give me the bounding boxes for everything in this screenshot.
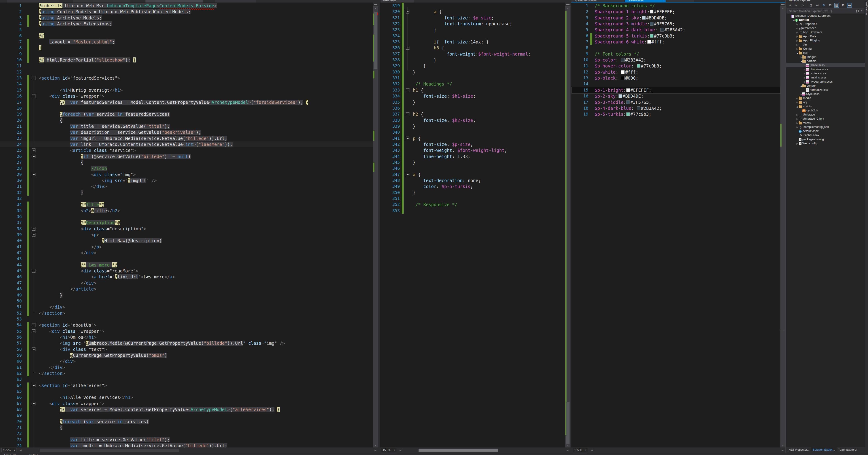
code-line[interactable]: 331 xyxy=(380,75,565,81)
code-line[interactable]: 38 <div class="description"> xyxy=(0,226,373,232)
code-line[interactable]: 16 <div class="wrapper"> xyxy=(0,93,373,99)
tree-item[interactable]: ▷Style.scss xyxy=(786,92,865,96)
code-line[interactable]: 348 text-decoration: none; xyxy=(380,178,565,183)
code-line[interactable]: 338 font-size: $h2-size; xyxy=(380,117,565,123)
horizontal-scrollbar[interactable]: ◀▶ xyxy=(399,448,569,452)
code-line[interactable]: 44 @* Læs mere *@ xyxy=(0,262,373,268)
code-line[interactable]: 28 //Icon xyxy=(0,165,373,171)
expand-arrow[interactable]: ▷ xyxy=(796,125,799,129)
code-line[interactable]: 346 xyxy=(380,165,565,171)
code-line[interactable]: 45 <div class="readMore"> xyxy=(0,268,373,274)
code-line[interactable]: 333h1 { xyxy=(380,87,565,93)
code-line[interactable]: 72 xyxy=(0,430,373,436)
scroll-down-icon[interactable]: ▼ xyxy=(565,444,570,447)
code-editor-left[interactable]: 1@inherits Umbraco.Web.Mvc.UmbracoTempla… xyxy=(0,2,373,448)
code-line[interactable]: 11$p-hover-color: #77c9b3; xyxy=(571,63,780,69)
code-line[interactable]: 352 /* Responsive */ xyxy=(380,202,565,208)
tree-item[interactable]: ◢vendor xyxy=(786,84,865,88)
expand-arrow[interactable]: ▷ xyxy=(803,71,806,76)
code-line[interactable]: 33 xyxy=(0,195,373,202)
code-line[interactable]: 9 xyxy=(0,51,373,57)
expand-arrow[interactable]: ▷ xyxy=(796,26,799,30)
tree-item[interactable]: ▷bin xyxy=(786,42,865,47)
expand-arrow[interactable]: ◢ xyxy=(800,59,802,63)
code-line[interactable]: 53 xyxy=(0,316,373,322)
expand-arrow[interactable]: ▷ xyxy=(803,76,806,80)
tree-item[interactable]: normalize.css xyxy=(786,88,865,92)
code-line[interactable]: 336 xyxy=(380,105,565,111)
code-line[interactable]: 26 @if (@service.GetValue("billede") != … xyxy=(0,153,373,159)
horizontal-scrollbar[interactable]: ◀▶ xyxy=(591,448,784,452)
code-line[interactable]: 339} xyxy=(380,123,565,129)
code-line[interactable]: 6@{ xyxy=(0,33,373,39)
code-line[interactable]: 35 <h2>@title</h2> xyxy=(0,208,373,214)
expand-arrow[interactable]: ▷ xyxy=(796,100,799,104)
fold-toggle[interactable] xyxy=(32,323,35,327)
code-line[interactable]: 46 <a href="@link.Url">Læs mere</a> xyxy=(0,274,373,280)
code-line[interactable]: 15$p-1-bright:#EFEFEF; xyxy=(571,87,780,93)
fold-toggle[interactable] xyxy=(406,136,409,140)
expand-arrow[interactable]: ▷ xyxy=(796,39,799,43)
tree-item[interactable]: ▷Umbraco_Client xyxy=(786,117,865,121)
panel-divider[interactable] xyxy=(785,0,786,455)
expand-arrow[interactable]: ▷ xyxy=(796,43,799,47)
splitter-handle[interactable] xyxy=(780,2,785,6)
scroll-left-icon[interactable]: ◀ xyxy=(591,448,593,452)
zoom-level-dropdown[interactable]: 155 %▼ xyxy=(1,448,17,452)
code-line[interactable]: 18$p-4-dark-blue: #2B3A42; xyxy=(571,105,780,111)
tree-item[interactable]: ▷images xyxy=(786,55,865,59)
vertical-scrollbar[interactable]: ▲▼ xyxy=(565,2,570,448)
code-line[interactable]: 66 <h1>Alle vores services</h1> xyxy=(0,394,373,400)
expand-arrow[interactable]: ▷ xyxy=(796,121,799,125)
code-line[interactable]: 61 </div> xyxy=(0,364,373,370)
code-line[interactable]: 19 @foreach (var service in featuredServ… xyxy=(0,111,373,117)
tree-item[interactable]: JScycle2.js xyxy=(786,109,865,113)
code-line[interactable]: 49 } xyxy=(0,292,373,298)
tree-item[interactable]: ⚙Global.asax xyxy=(786,133,865,137)
scroll-up-icon[interactable]: ▲ xyxy=(565,7,570,10)
expand-arrow[interactable]: ▷ xyxy=(796,142,799,146)
code-line[interactable]: 6$background-5-turkis:#77c9b3; xyxy=(571,33,780,39)
code-line[interactable]: 334 font-size: $h1-size; xyxy=(380,93,565,99)
code-line[interactable]: 47 </div> xyxy=(0,280,373,286)
code-line[interactable]: 63 xyxy=(0,376,373,382)
sync-with-active-document-icon[interactable]: ⇄ xyxy=(815,3,820,7)
code-line[interactable]: 337h2 { xyxy=(380,111,565,117)
code-line[interactable]: 14 xyxy=(0,81,373,87)
expand-arrow[interactable]: ▷ xyxy=(803,63,806,67)
scroll-right-icon[interactable]: ▶ xyxy=(375,448,376,452)
expand-arrow[interactable]: ◢ xyxy=(800,84,802,88)
scroll-left-icon[interactable]: ◀ xyxy=(399,448,401,452)
code-line[interactable]: 1@inherits Umbraco.Web.Mvc.UmbracoTempla… xyxy=(0,3,373,9)
scrollbar-thumb[interactable] xyxy=(418,449,498,452)
code-line[interactable]: 21 var title = service.GetValue("titel")… xyxy=(0,123,373,129)
tree-item[interactable]: ▷_buttons.scss xyxy=(786,67,865,71)
code-line[interactable]: 10@{ Html.RenderPartial("slideshow"); } xyxy=(0,57,373,63)
expand-arrow[interactable]: ▷ xyxy=(803,80,806,84)
fold-toggle[interactable] xyxy=(32,76,35,80)
tree-item[interactable]: ▷_typography.scss xyxy=(786,80,865,84)
code-line[interactable]: 347a { xyxy=(380,172,565,178)
error-list-tab[interactable]: Error List xyxy=(4,453,16,455)
code-line[interactable]: 65 xyxy=(0,388,373,394)
code-line[interactable]: 48 </article> xyxy=(0,286,373,292)
code-line[interactable]: 19$p-5-turkis:#77c9b3; xyxy=(571,111,780,117)
code-line[interactable]: 31 </div> xyxy=(0,183,373,189)
code-line[interactable]: 4@using Archetype.Extensions; xyxy=(0,21,373,27)
code-line[interactable]: 340 xyxy=(380,129,565,135)
code-line[interactable]: 345} xyxy=(380,159,565,165)
code-line[interactable]: 12 xyxy=(0,69,373,75)
chevron-down-icon[interactable]: ▼ xyxy=(861,10,863,12)
expand-arrow[interactable]: ◢ xyxy=(792,18,795,22)
code-line[interactable]: 68 @{ var services = Model.Content.GetPr… xyxy=(0,406,373,413)
code-line[interactable]: 9/* Font colors */ xyxy=(571,51,780,57)
horizontal-scrollbar[interactable]: ◀▶ xyxy=(19,448,377,452)
tree-item[interactable]: ▷⚙Properties xyxy=(786,22,865,26)
output-tab[interactable]: Output xyxy=(29,453,38,455)
code-line[interactable]: 10$p-color: #2B3A42; xyxy=(571,57,780,63)
tree-item[interactable]: ▷Views xyxy=(786,121,865,125)
code-line[interactable]: 2$background-1-bright:#EFEFEF; xyxy=(571,9,780,14)
code-line[interactable]: 3@using Archetype.Models; xyxy=(0,15,373,21)
code-line[interactable]: 3$background-2-sky:#BDD4DE; xyxy=(571,15,780,21)
tree-item[interactable]: ▷Web.config xyxy=(786,141,865,146)
